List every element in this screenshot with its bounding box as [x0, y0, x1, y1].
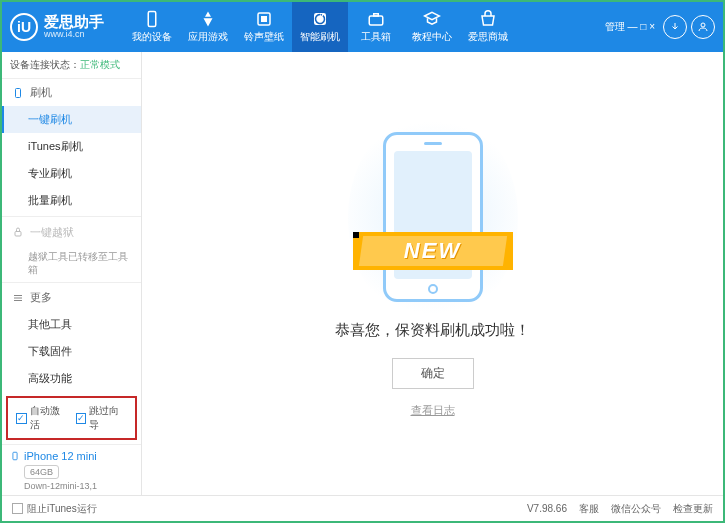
svg-rect-12 — [13, 452, 17, 460]
version-label: V7.98.66 — [527, 503, 567, 514]
app-window: iU 爱思助手 www.i4.cn 我的设备 应用游戏 铃声壁纸 智能刷机 工具… — [0, 0, 725, 523]
device-name: iPhone 12 mini — [10, 449, 133, 463]
divider — [2, 282, 141, 283]
logo: iU 爱思助手 www.i4.cn — [10, 13, 104, 41]
app-title: 爱思助手 — [44, 14, 104, 31]
check-icon: ✓ — [16, 413, 27, 424]
footer: 阻止iTunes运行 V7.98.66 客服 微信公众号 检查更新 — [2, 495, 723, 521]
flash-icon — [311, 10, 329, 28]
header: iU 爱思助手 www.i4.cn 我的设备 应用游戏 铃声壁纸 智能刷机 工具… — [2, 2, 723, 52]
window-controls[interactable]: 管理 — □ × — [605, 20, 655, 34]
ok-button[interactable]: 确定 — [392, 358, 474, 389]
sidebar: 设备连接状态：正常模式 刷机 一键刷机 iTunes刷机 专业刷机 批量刷机 一… — [2, 52, 142, 495]
footer-right: V7.98.66 客服 微信公众号 检查更新 — [527, 502, 713, 516]
nav-store[interactable]: 爱思商城 — [460, 2, 516, 52]
jailbreak-note: 越狱工具已转移至工具箱 — [2, 246, 141, 280]
phone-icon — [12, 87, 24, 99]
sidebar-section-flash[interactable]: 刷机 — [2, 79, 141, 106]
sidebar-item-oneclick[interactable]: 一键刷机 — [2, 106, 141, 133]
sidebar-item-batch[interactable]: 批量刷机 — [2, 187, 141, 214]
nav-apps[interactable]: 应用游戏 — [180, 2, 236, 52]
sidebar-item-pro[interactable]: 专业刷机 — [2, 160, 141, 187]
svg-rect-0 — [148, 12, 156, 27]
sidebar-section-jailbreak: 一键越狱 — [2, 219, 141, 246]
new-ribbon: NEW — [353, 232, 513, 270]
checkbox-skip-guide[interactable]: ✓跳过向导 — [76, 404, 128, 432]
svg-point-6 — [701, 23, 705, 27]
block-itunes-checkbox[interactable]: 阻止iTunes运行 — [12, 502, 97, 516]
success-illustration: NEW — [368, 130, 498, 305]
wallpaper-icon — [255, 10, 273, 28]
device-model: Down-12mini-13,1 — [24, 481, 133, 491]
check-icon: ✓ — [76, 413, 87, 424]
checkbox-icon — [12, 503, 23, 514]
main-content: NEW 恭喜您，保资料刷机成功啦！ 确定 查看日志 — [142, 52, 723, 495]
user-button[interactable] — [691, 15, 715, 39]
view-log-link[interactable]: 查看日志 — [411, 403, 455, 418]
svg-rect-2 — [261, 16, 267, 22]
options-highlight: ✓自动激活 ✓跳过向导 — [6, 396, 137, 440]
sidebar-section-more[interactable]: 更多 — [2, 284, 141, 311]
connection-status: 设备连接状态：正常模式 — [2, 52, 141, 79]
header-controls: 管理 — □ × — [605, 15, 715, 39]
customer-service-link[interactable]: 客服 — [579, 502, 599, 516]
wechat-link[interactable]: 微信公众号 — [611, 502, 661, 516]
more-icon — [12, 292, 24, 304]
svg-rect-4 — [369, 16, 383, 25]
main-nav: 我的设备 应用游戏 铃声壁纸 智能刷机 工具箱 教程中心 爱思商城 — [124, 2, 605, 52]
logo-icon: iU — [10, 13, 38, 41]
storage-badge: 64GB — [24, 465, 59, 479]
phone-icon — [10, 449, 20, 463]
app-url: www.i4.cn — [44, 30, 104, 40]
nav-my-device[interactable]: 我的设备 — [124, 2, 180, 52]
svg-rect-8 — [15, 232, 21, 237]
phone-icon — [143, 10, 161, 28]
device-info[interactable]: iPhone 12 mini 64GB Down-12mini-13,1 — [2, 444, 141, 495]
nav-flash[interactable]: 智能刷机 — [292, 2, 348, 52]
svg-rect-7 — [16, 88, 21, 97]
divider — [2, 216, 141, 217]
check-update-link[interactable]: 检查更新 — [673, 502, 713, 516]
nav-toolbox[interactable]: 工具箱 — [348, 2, 404, 52]
sidebar-item-othertools[interactable]: 其他工具 — [2, 311, 141, 338]
svg-rect-5 — [374, 14, 379, 16]
sidebar-item-itunes[interactable]: iTunes刷机 — [2, 133, 141, 160]
sidebar-item-advanced[interactable]: 高级功能 — [2, 365, 141, 392]
nav-tutorials[interactable]: 教程中心 — [404, 2, 460, 52]
sidebar-item-firmware[interactable]: 下载固件 — [2, 338, 141, 365]
apps-icon — [199, 10, 217, 28]
nav-ringtones[interactable]: 铃声壁纸 — [236, 2, 292, 52]
download-button[interactable] — [663, 15, 687, 39]
lock-icon — [12, 226, 24, 238]
tutorial-icon — [423, 10, 441, 28]
toolbox-icon — [367, 10, 385, 28]
checkbox-auto-activate[interactable]: ✓自动激活 — [16, 404, 68, 432]
body: 设备连接状态：正常模式 刷机 一键刷机 iTunes刷机 专业刷机 批量刷机 一… — [2, 52, 723, 495]
store-icon — [479, 10, 497, 28]
